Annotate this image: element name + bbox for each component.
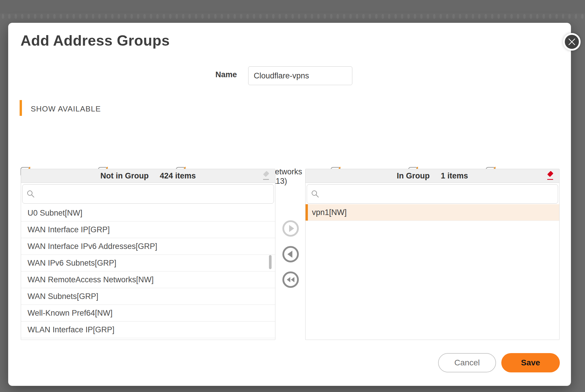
not-in-group-list: U0 Subnet[NW] WAN Interface IP[GRP] WAN … [21, 205, 275, 340]
clear-all-button[interactable] [545, 171, 555, 181]
in-group-header: In Group 1 items [306, 169, 559, 183]
in-group-searchbox [307, 184, 558, 204]
list-item[interactable]: WAN IPv6 Subnets[GRP] [21, 255, 275, 271]
not-in-group-panel: Not in Group 424 items U0 Subnet[NW] WAN… [21, 169, 275, 340]
in-group-list: vpn1[NW] [306, 204, 559, 340]
add-address-groups-dialog: Add Address Groups Name SHOW AVAILABLE A… [8, 23, 571, 386]
not-in-group-header: Not in Group 424 items [21, 169, 275, 183]
in-group-search-input[interactable] [322, 185, 554, 203]
name-label: Name [215, 70, 237, 79]
dimmed-page-background [0, 0, 585, 13]
list-scrollbar-thumb[interactable] [269, 255, 272, 269]
list-item[interactable]: Well-Known Pref64[NW] [21, 305, 275, 321]
list-item[interactable]: WAN Interface IPv6 Addresses[GRP] [21, 238, 275, 255]
list-item[interactable]: U0 Subnet[NW] [21, 205, 275, 221]
in-group-panel: In Group 1 items vpn1[NW] [305, 169, 560, 340]
eraser-red-icon [545, 171, 555, 181]
move-left-icon [282, 245, 299, 263]
section-accent-bar [20, 100, 22, 116]
move-all-left-button[interactable] [282, 271, 299, 288]
list-item[interactable]: WAN Interface IP[GRP] [21, 221, 275, 238]
save-button[interactable]: Save [501, 353, 560, 372]
move-left-button[interactable] [282, 245, 299, 263]
clear-all-button[interactable] [261, 171, 271, 181]
panel-title: Not in Group [100, 171, 149, 180]
dimmed-page-texture [0, 13, 585, 20]
close-icon [568, 38, 576, 46]
move-right-button[interactable] [282, 220, 299, 237]
panel-count: 424 items [160, 171, 196, 180]
search-icon [311, 190, 319, 198]
move-all-left-icon [282, 271, 299, 288]
section-title: SHOW AVAILABLE [31, 104, 101, 114]
list-item[interactable]: WLAN Interface IP[GRP] [21, 321, 275, 338]
list-item[interactable]: WAN RemoteAccess Networks[NW] [21, 271, 275, 288]
cancel-button[interactable]: Cancel [438, 353, 496, 372]
search-icon [27, 190, 35, 198]
move-right-icon [282, 220, 299, 237]
not-in-group-search-input[interactable] [38, 185, 270, 203]
panel-title: In Group [397, 171, 430, 180]
name-input[interactable] [248, 66, 352, 85]
panel-count: 1 items [441, 171, 468, 180]
close-button[interactable] [563, 33, 581, 51]
not-in-group-searchbox [22, 184, 274, 204]
eraser-icon [261, 171, 271, 181]
list-item[interactable]: WAN Subnets[GRP] [21, 288, 275, 305]
dialog-title: Add Address Groups [20, 32, 170, 49]
list-item-selected[interactable]: vpn1[NW] [306, 204, 559, 221]
